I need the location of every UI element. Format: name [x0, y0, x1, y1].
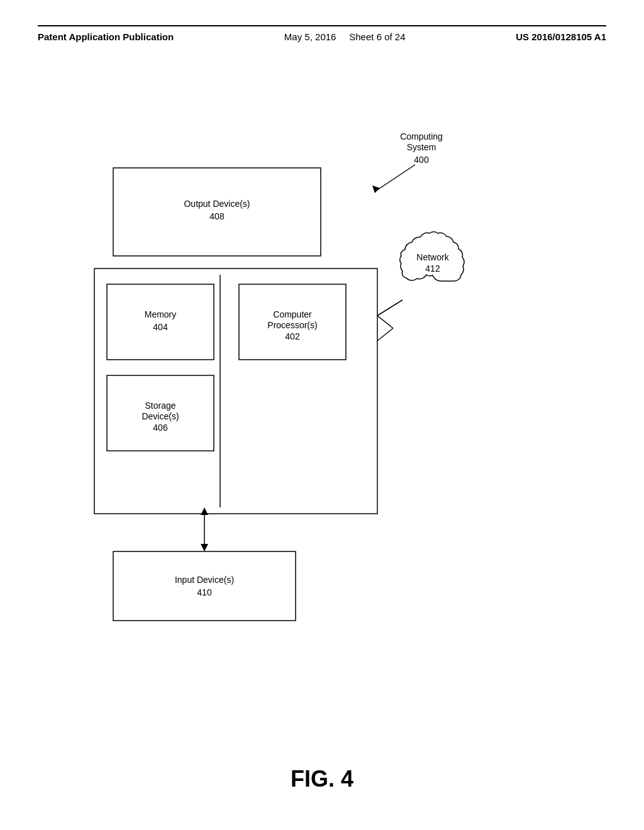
patent-publication-label: Patent Application Publication	[38, 31, 174, 42]
storage-label2: Device(s)	[142, 411, 179, 421]
computing-system-label: Computing	[400, 131, 443, 141]
page: Patent Application Publication May 5, 20…	[0, 0, 644, 830]
network-line2	[377, 316, 393, 328]
network-line3	[377, 328, 393, 341]
processor-label2: Processor(s)	[267, 320, 317, 330]
arrow-up	[201, 507, 208, 515]
computing-system-box	[94, 268, 377, 514]
network-cloud: Network 412	[400, 232, 464, 281]
input-device-box	[113, 551, 296, 621]
input-device-num: 410	[197, 587, 212, 597]
sheet-info: May 5, 2016 Sheet 6 of 24	[284, 31, 406, 42]
computing-system-num: 400	[414, 155, 429, 165]
computing-system-label2: System	[407, 142, 436, 152]
network-label: Network	[416, 252, 449, 262]
patent-number: US 2016/0128105 A1	[516, 31, 606, 42]
fig-label: FIG. 4	[291, 766, 353, 792]
arrow-down	[201, 544, 208, 551]
network-num: 412	[425, 263, 440, 274]
diagram: Computing System 400 Output Device(s) 40…	[38, 67, 606, 683]
input-device-label: Input Device(s)	[175, 575, 234, 585]
processor-label: Computer	[273, 309, 312, 319]
output-device-label: Output Device(s)	[184, 199, 250, 209]
date-label: May 5, 2016	[284, 31, 336, 42]
memory-label: Memory	[145, 309, 177, 319]
memory-num: 404	[153, 322, 168, 332]
storage-label: Storage	[145, 401, 175, 411]
header: Patent Application Publication May 5, 20…	[38, 25, 606, 42]
storage-num: 406	[153, 423, 168, 433]
processor-num: 402	[285, 331, 300, 341]
network-line1	[377, 300, 402, 316]
svg-line-0	[377, 165, 415, 190]
sheet-label: Sheet 6 of 24	[349, 31, 405, 42]
output-device-num: 408	[209, 211, 225, 221]
